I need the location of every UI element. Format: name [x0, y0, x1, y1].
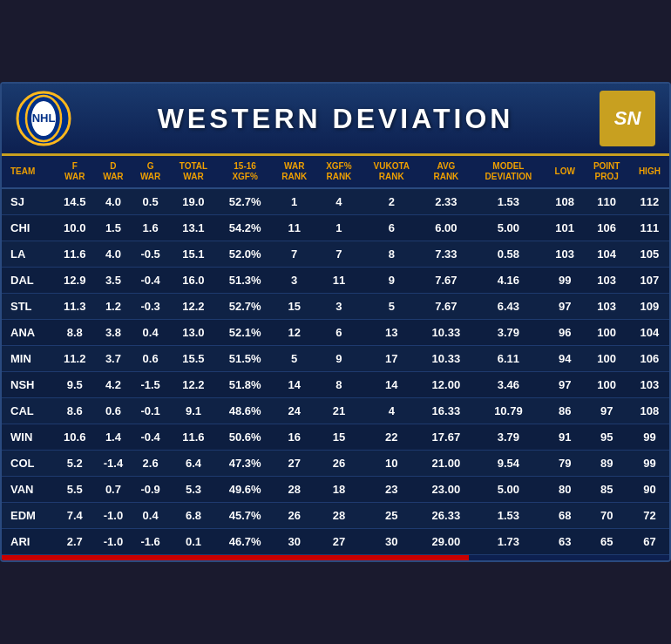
cell-total_war: 6.8: [169, 503, 218, 529]
cell-g_war: -1.5: [132, 372, 169, 398]
cell-team: CAL: [2, 398, 55, 424]
cell-avg_rank: 17.67: [422, 424, 471, 451]
nhl-logo: NHL: [16, 91, 71, 146]
cell-team: NSH: [2, 372, 55, 398]
cell-xgf_rank: 4: [316, 188, 362, 215]
table-body: SJ14.54.00.519.052.7%1422.331.5310811011…: [2, 188, 669, 555]
cell-xgf_pct: 52.0%: [218, 241, 272, 268]
cell-d_war: 0.6: [95, 398, 132, 424]
cell-d_war: 4.0: [95, 241, 132, 268]
cell-avg_rank: 10.33: [422, 346, 471, 372]
col-model-deviation: MODELDEVIATION: [471, 156, 546, 188]
cell-xgf_rank: 27: [316, 529, 362, 555]
cell-xgf_rank: 15: [316, 424, 362, 451]
table-row: MIN11.23.70.615.551.5%591710.336.1194100…: [2, 346, 669, 372]
cell-low: 97: [546, 372, 584, 398]
cell-high: 108: [630, 398, 669, 424]
cell-f_war: 10.6: [55, 424, 95, 451]
cell-f_war: 14.5: [55, 188, 95, 215]
cell-xgf_rank: 26: [316, 451, 362, 477]
table-row: WIN10.61.4-0.411.650.6%16152217.673.7991…: [2, 424, 669, 451]
cell-xgf_pct: 48.6%: [218, 398, 272, 424]
cell-xgf_pct: 51.3%: [218, 268, 272, 294]
cell-war_rank: 24: [272, 398, 316, 424]
cell-low: 80: [546, 477, 584, 503]
cell-d_war: 3.8: [95, 320, 132, 346]
cell-point_proj: 103: [584, 268, 630, 294]
cell-point_proj: 95: [584, 424, 630, 451]
cell-d_war: 4.2: [95, 372, 132, 398]
col-avg-rank: AVGRANK: [422, 156, 471, 188]
cell-vukota_rank: 4: [362, 398, 422, 424]
cell-team: SJ: [2, 188, 55, 215]
table-header-row: TEAM FWAR DWAR GWAR TOTALWAR 15-16XGF% W…: [2, 156, 669, 188]
cell-model_deviation: 5.00: [471, 215, 546, 241]
cell-vukota_rank: 2: [362, 188, 422, 215]
cell-model_deviation: 3.79: [471, 320, 546, 346]
cell-high: 111: [630, 215, 669, 241]
cell-avg_rank: 29.00: [422, 529, 471, 555]
cell-total_war: 5.3: [169, 477, 218, 503]
cell-f_war: 8.6: [55, 398, 95, 424]
cell-f_war: 9.5: [55, 372, 95, 398]
cell-model_deviation: 6.11: [471, 346, 546, 372]
cell-high: 103: [630, 372, 669, 398]
cell-g_war: -0.3: [132, 294, 169, 320]
cell-point_proj: 103: [584, 294, 630, 320]
table-row: CAL8.60.6-0.19.148.6%2421416.3310.798697…: [2, 398, 669, 424]
cell-low: 91: [546, 424, 584, 451]
cell-vukota_rank: 6: [362, 215, 422, 241]
cell-low: 108: [546, 188, 584, 215]
cell-war_rank: 3: [272, 268, 316, 294]
cell-total_war: 19.0: [169, 188, 218, 215]
cell-g_war: 1.6: [132, 215, 169, 241]
cell-team: STL: [2, 294, 55, 320]
cell-low: 97: [546, 294, 584, 320]
cell-g_war: 2.6: [132, 451, 169, 477]
cell-avg_rank: 10.33: [422, 320, 471, 346]
cell-war_rank: 5: [272, 346, 316, 372]
cell-xgf_rank: 7: [316, 241, 362, 268]
cell-vukota_rank: 23: [362, 477, 422, 503]
svg-text:NHL: NHL: [32, 112, 56, 125]
cell-xgf_pct: 54.2%: [218, 215, 272, 241]
table-row: EDM7.4-1.00.46.845.7%26282526.331.536870…: [2, 503, 669, 529]
cell-team: WIN: [2, 424, 55, 451]
cell-vukota_rank: 8: [362, 241, 422, 268]
cell-high: 105: [630, 241, 669, 268]
table-row: VAN5.50.7-0.95.349.6%28182323.005.008085…: [2, 477, 669, 503]
cell-vukota_rank: 10: [362, 451, 422, 477]
cell-d_war: 0.7: [95, 477, 132, 503]
cell-vukota_rank: 25: [362, 503, 422, 529]
cell-g_war: -1.6: [132, 529, 169, 555]
cell-d_war: 1.2: [95, 294, 132, 320]
cell-avg_rank: 26.33: [422, 503, 471, 529]
cell-total_war: 16.0: [169, 268, 218, 294]
cell-xgf_rank: 8: [316, 372, 362, 398]
cell-war_rank: 30: [272, 529, 316, 555]
cell-model_deviation: 1.73: [471, 529, 546, 555]
cell-total_war: 0.1: [169, 529, 218, 555]
cell-team: MIN: [2, 346, 55, 372]
cell-f_war: 11.2: [55, 346, 95, 372]
cell-point_proj: 100: [584, 320, 630, 346]
cell-d_war: -1.0: [95, 529, 132, 555]
cell-avg_rank: 21.00: [422, 451, 471, 477]
cell-high: 106: [630, 346, 669, 372]
cell-f_war: 5.5: [55, 477, 95, 503]
cell-avg_rank: 12.00: [422, 372, 471, 398]
cell-f_war: 11.3: [55, 294, 95, 320]
col-xgf-rank: XGF%RANK: [316, 156, 362, 188]
cell-d_war: 3.7: [95, 346, 132, 372]
cell-d_war: -1.4: [95, 451, 132, 477]
cell-high: 104: [630, 320, 669, 346]
cell-xgf_pct: 52.1%: [218, 320, 272, 346]
cell-avg_rank: 7.67: [422, 268, 471, 294]
cell-total_war: 9.1: [169, 398, 218, 424]
cell-avg_rank: 7.33: [422, 241, 471, 268]
cell-model_deviation: 6.43: [471, 294, 546, 320]
cell-f_war: 8.8: [55, 320, 95, 346]
table-row: ARI2.7-1.0-1.60.146.7%30273029.001.73636…: [2, 529, 669, 555]
cell-xgf_rank: 28: [316, 503, 362, 529]
cell-xgf_rank: 6: [316, 320, 362, 346]
